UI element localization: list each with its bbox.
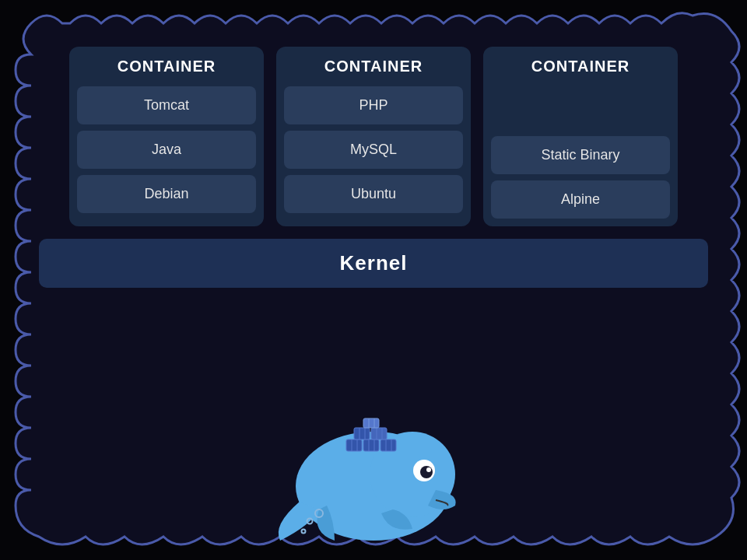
svg-point-8: [302, 530, 306, 534]
svg-rect-19: [371, 428, 387, 439]
container-2-label: CONTAINER: [284, 58, 463, 75]
svg-point-5: [426, 467, 431, 472]
svg-rect-18: [354, 428, 370, 439]
container-3: CONTAINER Static Binary Alpine: [483, 47, 678, 226]
container-2: CONTAINER PHP MySQL Ubuntu: [276, 47, 471, 226]
container-3-item-1: Static Binary: [491, 136, 670, 174]
svg-rect-11: [381, 439, 396, 451]
container-3-item-2: Alpine: [491, 180, 670, 219]
kernel-bar: Kernel: [39, 239, 708, 288]
container-2-item-0: PHP: [284, 86, 463, 124]
svg-rect-9: [346, 439, 362, 451]
docker-whale-area: [257, 369, 490, 541]
container-1-item-1: Java: [77, 131, 256, 169]
container-1: CONTAINER Tomcat Java Debian: [69, 47, 264, 226]
svg-rect-24: [363, 418, 379, 428]
svg-point-4: [420, 466, 433, 478]
container-2-item-2: Ubuntu: [284, 175, 463, 213]
container-1-label: CONTAINER: [77, 58, 256, 75]
containers-row: CONTAINER Tomcat Java Debian CONTAINER P…: [39, 47, 708, 226]
container-3-item-0: [491, 86, 670, 130]
container-1-item-2: Debian: [77, 175, 256, 213]
container-2-item-1: MySQL: [284, 131, 463, 169]
docker-whale-svg: [257, 369, 490, 541]
svg-rect-10: [363, 439, 379, 451]
container-1-item-0: Tomcat: [77, 86, 256, 124]
container-3-label: CONTAINER: [491, 58, 670, 75]
